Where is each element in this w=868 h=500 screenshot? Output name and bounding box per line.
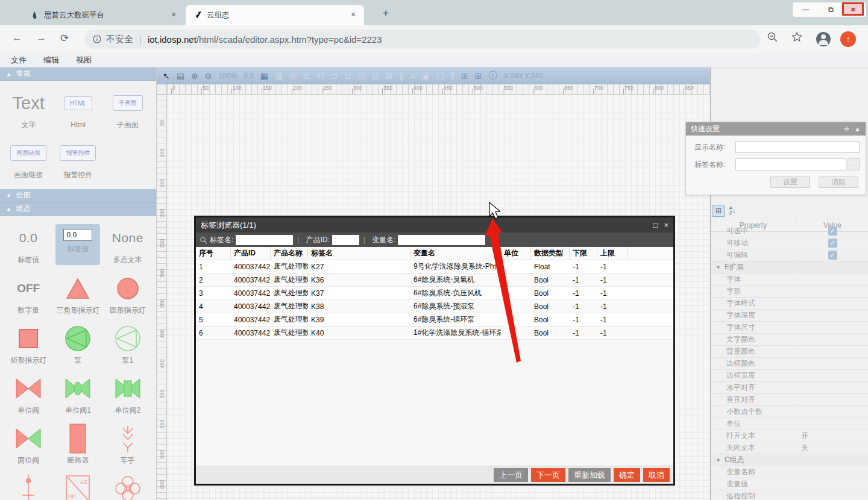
group-collapse-icon[interactable]: ▼ [715,457,721,463]
info-icon[interactable] [93,35,101,43]
section-header-常规[interactable]: ▲常规 [0,67,156,81]
property-row-关闭文本[interactable]: 关闭文本关 [711,442,868,454]
palette-item-单位阀2[interactable]: 单位阀2 [103,375,153,415]
preview-pc-icon[interactable]: ⊞ [461,71,468,81]
dialog-button-下一页[interactable]: 下一页 [531,468,565,482]
palette-item-逆变器[interactable]: ACDC逆变器 [53,475,102,500]
property-row-变量名称[interactable]: 变量名称 [711,466,868,478]
property-row-文字颜色[interactable]: 文字颜色 [711,334,868,346]
zoom-out-page-icon[interactable] [767,31,779,46]
palette-item-两位阀[interactable]: 两位阀 [4,425,53,465]
sort-az-icon[interactable]: AZ↓ [726,205,738,217]
property-row-E扩展[interactable]: ▼E扩展 [711,261,868,273]
property-row-垂直对齐[interactable]: 垂直对齐 [711,394,868,406]
back-icon[interactable]: ← [12,32,22,44]
palette-item-文字[interactable]: Text文字 [4,89,53,130]
dialog-search-input[interactable] [332,235,359,245]
property-row-可移动[interactable]: 可移动✓ [711,237,868,249]
palette-item-报警控件[interactable]: 报警控件报警控件 [53,139,102,180]
bookmark-star-icon[interactable] [791,31,803,46]
table-row[interactable]: 5400037442废气处理数据采K396#除臭系统-循环泵Bool-1-1 [196,313,673,327]
property-row-字体样式[interactable]: 字体样式 [711,298,868,310]
property-row-字体深度[interactable]: 字体深度 [711,310,868,322]
dialog-button-上一页[interactable]: 上一页 [494,468,528,482]
palette-item-Html[interactable]: HTMLHtml [53,89,102,130]
property-row-远程控制[interactable]: 远程控制 [711,490,868,500]
categorize-icon[interactable]: ⊞ [712,205,725,217]
table-row[interactable]: 1400037442废气处理数据采K279号化学洗涤除臭系统-Ph值Float-… [196,260,673,273]
property-row-C组态[interactable]: ▼C组态 [711,454,868,466]
preview-mobile-icon[interactable]: ⊞ [475,71,482,81]
table-row[interactable]: 4400037442废气处理数据采K386#除臭系统-预湿泵Bool-1-1 [196,300,673,313]
property-checkbox[interactable]: ✓ [828,227,837,236]
property-row-变量值[interactable]: 变量值 [711,478,868,490]
property-row-字体[interactable]: 字体 [711,273,868,286]
palette-item-断路器[interactable]: 断路器 [53,425,102,465]
save-icon[interactable]: ▤ [177,71,184,81]
property-row-可选中[interactable]: 可选中✓ [711,225,868,237]
zoom-in-icon[interactable]: ⊕ [191,71,198,81]
table-row[interactable]: 3400037442废气处理数据采K376#除臭系统-负压风机Bool-1-1 [196,287,673,300]
window-minimize-button[interactable]: — [802,5,810,14]
info-icon[interactable]: ⓘ [488,70,497,81]
browser-tab-2[interactable]: 云组态 × [186,5,364,25]
palette-item-RT[interactable]: RT [103,475,153,500]
select-cursor-icon[interactable]: ↖ [163,71,170,81]
quick-settings-button-清除[interactable]: 清除 [819,177,858,188]
palette-item-数字量[interactable]: OFF数字量 [4,275,53,315]
property-row-边框宽度[interactable]: 边框宽度 [711,370,868,382]
palette-item-单位阀[interactable]: 单位阀 [4,375,53,415]
profile-avatar[interactable] [816,32,831,46]
dialog-button-重新加载[interactable]: 重新加载 [568,468,611,482]
tab-close-icon[interactable]: × [169,10,178,20]
palette-item-子画面[interactable]: 子画面子画面 [103,89,153,130]
palette-item-车手[interactable]: 车手 [103,425,153,465]
property-row-打开文本[interactable]: 打开文本开 [711,430,868,442]
reload-icon[interactable]: ⟳ [60,32,69,45]
quick-settings-button-设置[interactable]: 设置 [770,177,810,188]
zoom-out-icon[interactable]: ⊖ [205,71,212,81]
move-panel-icon[interactable]: ✛ [844,125,849,133]
property-row-背景颜色[interactable]: 背景颜色 [711,346,868,358]
property-row-可编辑[interactable]: 可编辑✓ [711,249,868,261]
property-row-字形[interactable]: 字形 [711,286,868,298]
palette-item-圆形指示灯[interactable]: 圆形指示灯 [103,275,153,315]
tab-close-icon[interactable]: × [348,10,358,20]
dialog-search-input[interactable] [236,235,293,245]
dialog-close-icon[interactable]: × [664,220,668,230]
property-row-边框颜色[interactable]: 边框颜色 [711,358,868,370]
address-bar[interactable]: 不安全 | iot.idosp.net/html/scada/editor.as… [84,30,761,49]
collapse-panel-icon[interactable]: ▲ [854,125,861,133]
palette-item-单位阀1[interactable]: 单位阀1 [53,375,102,415]
palette-item-矩形指示灯[interactable]: 矩形指示灯 [4,325,53,365]
new-tab-button[interactable]: + [379,7,393,19]
more-options-button[interactable]: ... [848,158,860,170]
menu-item-文件[interactable]: 文件 [11,55,27,66]
property-row-单位[interactable]: 单位 [711,418,868,430]
menu-item-视图[interactable]: 视图 [76,55,92,66]
table-row[interactable]: 6400037442废气处理数据采K401#化学洗涤除臭系统-循环泵Bool-1… [196,327,673,340]
browser-update-icon[interactable]: ↑ [840,31,856,47]
property-row-水平对齐[interactable]: 水平对齐 [711,382,868,394]
selected-palette-item[interactable]: 0.0标签值 [55,224,100,265]
menu-item-编辑[interactable]: 编辑 [43,55,59,66]
table-row[interactable]: 2400037442废气处理数据采K366#除臭系统-臭氧机Bool-1-1 [196,273,673,287]
dialog-button-取消[interactable]: 取消 [643,468,670,482]
palette-item-三角形指示灯[interactable]: 三角形指示灯 [53,275,102,315]
dialog-search-input[interactable] [398,235,485,245]
forward-icon[interactable]: → [36,32,46,44]
palette-item-画面链接[interactable]: 画面链接画面链接 [4,139,53,180]
section-header-组态[interactable]: ▲组态 [0,202,156,216]
grid-toggle-icon[interactable]: ▦ [260,71,268,81]
property-row-小数点个数[interactable]: 小数点个数 [711,406,868,418]
palette-item-标签值[interactable]: 0.0标签值 [4,224,53,265]
window-restore-button[interactable]: ⧉ [828,5,834,14]
dialog-maximize-icon[interactable]: □ [653,220,658,230]
browser-tab-1[interactable]: 思普云大数据平台 × [23,5,184,25]
palette-item-泵[interactable]: 泵 [53,325,102,365]
property-checkbox[interactable]: ✓ [828,251,837,260]
section-header-绘图[interactable]: ▼绘图 [0,189,156,202]
group-collapse-icon[interactable]: ▼ [715,264,721,270]
property-row-字体尺寸[interactable]: 字体尺寸 [711,322,868,334]
quick-settings-input[interactable] [735,141,860,153]
